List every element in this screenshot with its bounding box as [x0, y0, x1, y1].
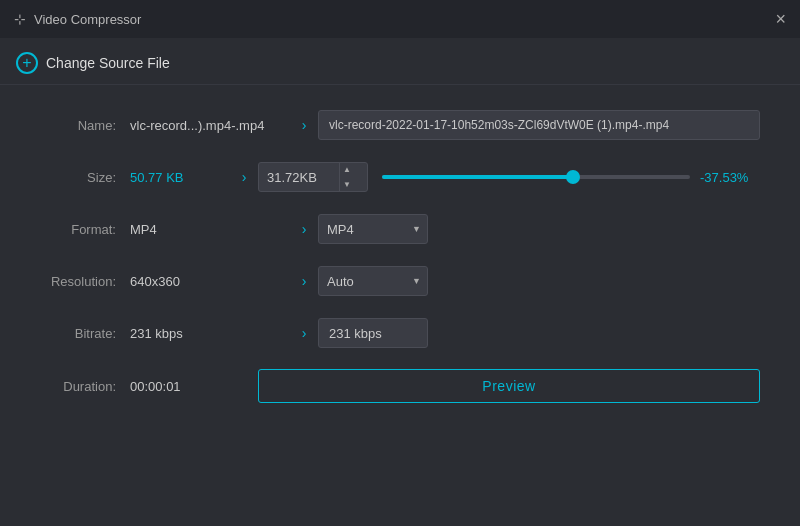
- duration-source-value: 00:00:01: [130, 379, 230, 394]
- size-spin-up[interactable]: ▲: [340, 162, 354, 177]
- bitrate-source-value: 231 kbps: [130, 326, 290, 341]
- size-slider-thumb[interactable]: [566, 170, 580, 184]
- size-arrow-icon: ›: [230, 163, 258, 191]
- size-label: Size:: [40, 170, 130, 185]
- resolution-select-value: Auto: [319, 274, 406, 289]
- size-slider-track[interactable]: [382, 175, 690, 179]
- name-target-field: vlc-record-2022-01-17-10h52m03s-ZCl69dVt…: [318, 110, 760, 140]
- format-label: Format:: [40, 222, 130, 237]
- size-slider-fill: [382, 175, 573, 179]
- name-arrow-icon: ›: [290, 111, 318, 139]
- preview-button[interactable]: Preview: [258, 369, 760, 403]
- plus-circle-icon: +: [16, 52, 38, 74]
- change-source-button[interactable]: + Change Source File: [16, 52, 170, 74]
- format-source-value: MP4: [130, 222, 290, 237]
- resolution-select[interactable]: Auto ▼: [318, 266, 428, 296]
- size-percent-label: -37.53%: [700, 170, 760, 185]
- bitrate-arrow-icon: ›: [290, 319, 318, 347]
- resolution-dropdown-arrow: ▼: [406, 276, 427, 286]
- bitrate-input[interactable]: [318, 318, 428, 348]
- resolution-row: Resolution: 640x360 › Auto ▼: [40, 265, 760, 297]
- size-spin-down[interactable]: ▼: [340, 177, 354, 192]
- format-dropdown-arrow: ▼: [406, 224, 427, 234]
- format-select[interactable]: MP4 ▼: [318, 214, 428, 244]
- drag-icon: ⊹: [14, 11, 26, 27]
- app-title: Video Compressor: [34, 12, 141, 27]
- size-input-wrap: ▲ ▼: [258, 162, 368, 192]
- duration-label: Duration:: [40, 379, 130, 394]
- bitrate-label: Bitrate:: [40, 326, 130, 341]
- resolution-source-value: 640x360: [130, 274, 290, 289]
- resolution-arrow-icon: ›: [290, 267, 318, 295]
- size-spinners: ▲ ▼: [339, 162, 354, 192]
- content-area: Name: vlc-record...).mp4-.mp4 › vlc-reco…: [0, 85, 800, 443]
- size-row: Size: 50.77 KB › ▲ ▼ -37.53%: [40, 161, 760, 193]
- duration-row: Duration: 00:00:01 Preview: [40, 369, 760, 403]
- name-source-value: vlc-record...).mp4-.mp4: [130, 118, 290, 133]
- name-row: Name: vlc-record...).mp4-.mp4 › vlc-reco…: [40, 109, 760, 141]
- toolbar: + Change Source File: [0, 38, 800, 85]
- change-source-label: Change Source File: [46, 55, 170, 71]
- format-arrow-icon: ›: [290, 215, 318, 243]
- close-button[interactable]: ×: [775, 10, 786, 28]
- size-slider-wrap: -37.53%: [382, 170, 760, 185]
- title-bar-left: ⊹ Video Compressor: [14, 11, 141, 27]
- resolution-label: Resolution:: [40, 274, 130, 289]
- duration-spacer: [230, 372, 258, 400]
- size-input[interactable]: [259, 170, 339, 185]
- title-bar: ⊹ Video Compressor ×: [0, 0, 800, 38]
- size-source-value: 50.77 KB: [130, 170, 230, 185]
- format-select-value: MP4: [319, 222, 406, 237]
- format-row: Format: MP4 › MP4 ▼: [40, 213, 760, 245]
- name-label: Name:: [40, 118, 130, 133]
- bitrate-row: Bitrate: 231 kbps ›: [40, 317, 760, 349]
